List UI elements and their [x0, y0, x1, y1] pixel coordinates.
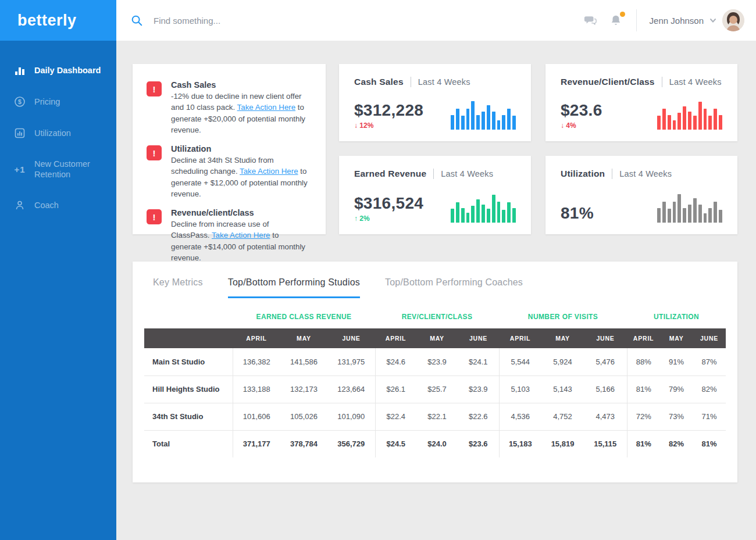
cell: 81%	[693, 430, 726, 457]
table-row-34th-st-studio: 34th St Studio 101,606 105,026 101,090 $…	[144, 403, 726, 430]
cell: $24.5	[375, 430, 416, 457]
cell: 371,177	[233, 430, 280, 457]
group-header-utilization: UTILIZATION	[627, 313, 726, 328]
kpi-period: Last 4 Weeks	[619, 169, 672, 178]
cell: 136,382	[233, 348, 280, 376]
chevron-down-icon	[709, 16, 717, 24]
cell: 15,183	[499, 430, 541, 457]
kpi-period: Last 4 Weeks	[418, 77, 470, 87]
arrow-up-icon: ↑	[354, 214, 358, 223]
search-icon[interactable]	[129, 13, 144, 28]
cell: 4,536	[499, 403, 541, 430]
cell: 101,090	[327, 403, 375, 430]
cell: 72%	[627, 403, 660, 430]
sidebar-item-new-customer-retention[interactable]: +1 New Customer Retention	[0, 149, 116, 189]
take-action-link[interactable]: Take Action Here	[237, 103, 296, 112]
month-header: MAY	[541, 328, 584, 348]
cell: 71%	[693, 403, 726, 430]
kpi-card-revenue-client-class: Revenue/Client/Class Last 4 Weeks $23.6 …	[545, 64, 737, 141]
alert-text: -12% due to decline in new client offer …	[171, 91, 309, 135]
title-divider	[662, 77, 662, 87]
kpi-value: $312,228	[354, 101, 423, 120]
kpi-title: Utilization	[561, 169, 605, 179]
group-header-row: EARNED CLASS REVENUE REV/CLIENT/CLASS NU…	[144, 313, 726, 328]
logo[interactable]: betterly	[0, 0, 116, 41]
cell: $24.0	[416, 430, 458, 457]
kpi-delta: ↓ 12%	[354, 121, 423, 130]
alert-utilization: ! Utilization Decline at 34th St Studio …	[147, 144, 309, 199]
cell: 73%	[660, 403, 693, 430]
month-header: APRIL	[627, 328, 660, 348]
arrow-down-icon: ↓	[561, 121, 564, 130]
sidebar-item-coach[interactable]: Coach	[0, 189, 116, 221]
group-header-rev-client-class: REV/CLIENT/CLASS	[375, 313, 499, 328]
cell: 5,143	[541, 376, 584, 403]
sidebar-item-label: Coach	[34, 200, 59, 210]
alert-cash-sales: ! Cash Sales -12% due to decline in new …	[147, 80, 309, 135]
sidebar-item-label: New Customer Retention	[34, 159, 101, 180]
bell-icon[interactable]	[608, 13, 623, 28]
cell: $25.7	[416, 376, 458, 403]
group-header-earned-class-revenue: EARNED CLASS REVENUE	[233, 313, 375, 328]
cell: $24.1	[458, 348, 499, 376]
cell: 5,103	[499, 376, 541, 403]
kpi-value: $316,524	[354, 194, 423, 213]
cell: $22.6	[458, 403, 499, 430]
search-input[interactable]	[154, 16, 398, 26]
kpi-period: Last 4 Weeks	[669, 77, 722, 87]
cell: 81%	[627, 430, 660, 457]
alerts-card: ! Cash Sales -12% due to decline in new …	[133, 64, 326, 234]
cell: 82%	[693, 376, 726, 403]
kpi-title: Revenue/Client/Class	[561, 77, 655, 87]
logo-text: betterly	[17, 12, 77, 30]
month-header: JUNE	[584, 328, 627, 348]
kpi-title: Cash Sales	[354, 77, 404, 87]
svg-text:$: $	[18, 98, 22, 105]
cell: 378,784	[280, 430, 327, 457]
take-action-link[interactable]: Take Action Here	[212, 231, 270, 239]
sidebar-nav: Daily Dashboard $ Pricing Utilization +1…	[0, 41, 116, 221]
sidebar-item-label: Utilization	[34, 128, 71, 138]
tab-bar: Key Metrics Top/Bottom Performing Studio…	[133, 277, 737, 299]
plus-one-icon: +1	[14, 163, 26, 175]
month-header-row: APRIL MAY JUNE APRIL MAY JUNE APRIL MAY …	[144, 328, 726, 348]
tab-key-metrics[interactable]: Key Metrics	[153, 277, 203, 298]
cell: $23.9	[458, 376, 499, 403]
cell: 101,606	[233, 403, 280, 430]
title-divider	[411, 77, 411, 87]
user-menu[interactable]: Jenn Johnson	[650, 9, 744, 31]
sidebar-item-daily-dashboard[interactable]: Daily Dashboard	[0, 55, 116, 86]
take-action-link[interactable]: Take Action Here	[240, 167, 298, 176]
alert-title: Utilization	[171, 144, 309, 153]
kpi-delta: ↓ 4%	[561, 121, 602, 130]
sidebar-item-label: Daily Dashboard	[34, 65, 101, 76]
avatar[interactable]	[722, 9, 744, 31]
sparkline-chart	[657, 190, 722, 223]
month-header: JUNE	[458, 328, 499, 348]
row-label: 34th St Studio	[144, 403, 233, 430]
sparkline-chart	[657, 97, 722, 130]
topbar: Jenn Johnson	[116, 0, 756, 41]
cell: 87%	[693, 348, 726, 376]
month-header: MAY	[416, 328, 458, 348]
notification-dot	[620, 12, 625, 17]
chat-icon[interactable]	[583, 13, 598, 28]
kpi-value: $23.6	[561, 101, 602, 120]
cell: 5,544	[499, 348, 541, 376]
kpi-title: Earned Revenue	[354, 169, 426, 179]
metrics-card: Key Metrics Top/Bottom Performing Studio…	[133, 262, 737, 482]
alert-title: Cash Sales	[171, 80, 309, 90]
month-header: MAY	[660, 328, 693, 348]
sidebar-item-pricing[interactable]: $ Pricing	[0, 86, 116, 117]
topbar-divider	[636, 9, 637, 31]
cell: 5,924	[541, 348, 584, 376]
user-name: Jenn Johnson	[650, 16, 704, 26]
sidebar-item-utilization[interactable]: Utilization	[0, 117, 116, 149]
group-header-number-of-visits: NUMBER OF VISITS	[499, 313, 627, 328]
tab-top-bottom-studios[interactable]: Top/Bottom Performing Studios	[228, 277, 360, 298]
month-header: APRIL	[375, 328, 416, 348]
title-divider	[612, 169, 612, 179]
cell: 82%	[660, 430, 693, 457]
sparkline-chart	[451, 190, 516, 223]
tab-top-bottom-coaches[interactable]: Top/Bottom Performing Coaches	[385, 277, 523, 298]
